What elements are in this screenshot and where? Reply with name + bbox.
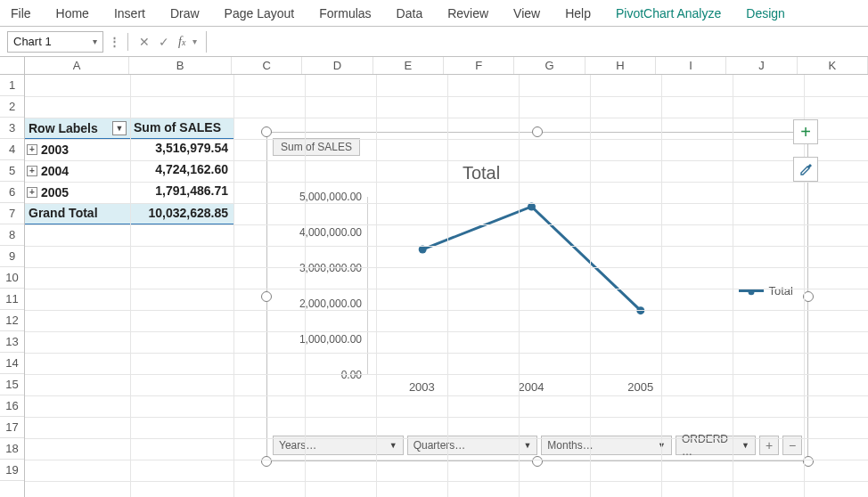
- gridline: [25, 182, 868, 183]
- column-header[interactable]: K: [798, 57, 868, 74]
- chart-y-axis: 5,000,000.00 4,000,000.00 3,000,000.00 2…: [285, 197, 367, 375]
- gridline: [25, 118, 868, 118]
- pivot-row-label: 2004: [41, 164, 69, 178]
- column-headers: ABCDEFGHIJK: [25, 57, 868, 75]
- pivot-row[interactable]: +2005 1,791,486.71: [25, 182, 233, 203]
- gridline: [25, 460, 868, 460]
- resize-handle[interactable]: [261, 456, 272, 467]
- tab-design[interactable]: Design: [742, 3, 789, 26]
- worksheet[interactable]: ABCDEFGHIJK 1234567891011121314151617181…: [0, 57, 868, 497]
- row-header[interactable]: 18: [0, 438, 24, 460]
- expand-icon[interactable]: +: [27, 166, 37, 176]
- resize-handle[interactable]: [261, 291, 272, 302]
- row-header[interactable]: 14: [0, 353, 24, 374]
- tab-view[interactable]: View: [510, 3, 544, 26]
- chevron-down-icon[interactable]: ▾: [192, 37, 197, 46]
- pivot-row[interactable]: +2004 4,724,162.60: [25, 160, 233, 182]
- column-header[interactable]: F: [444, 57, 514, 74]
- gridline: [25, 289, 868, 289]
- row-header[interactable]: 9: [0, 246, 24, 267]
- tab-review[interactable]: Review: [444, 3, 492, 26]
- row-header[interactable]: 1: [0, 75, 24, 96]
- tab-pivotchart-analyze[interactable]: PivotChart Analyze: [612, 3, 725, 26]
- chart-values-field-button[interactable]: Sum of SALES: [273, 138, 360, 156]
- chart-styles-button[interactable]: [793, 157, 818, 182]
- ribbon-tabs: File Home Insert Draw Page Layout Formul…: [0, 0, 868, 27]
- row-header[interactable]: 7: [0, 203, 24, 224]
- chart-plot-area[interactable]: 5,000,000.00 4,000,000.00 3,000,000.00 2…: [285, 197, 695, 375]
- chart-canvas: [367, 197, 695, 375]
- chart-title[interactable]: Total: [267, 163, 695, 183]
- cells-area[interactable]: Row Labels ▼ Sum of SALES +2003 3,516,97…: [25, 75, 868, 497]
- gridline: [25, 224, 868, 225]
- y-tick: 2,000,000.00: [299, 297, 362, 310]
- cancel-icon[interactable]: ✕: [137, 35, 151, 49]
- tab-insert[interactable]: Insert: [111, 3, 149, 26]
- formula-bar-buttons: ✕ ✓ fx ▾: [137, 35, 197, 49]
- pivot-grand-total-row[interactable]: Grand Total 10,032,628.85: [25, 203, 233, 224]
- select-all-corner[interactable]: [0, 57, 25, 75]
- tab-page-layout[interactable]: Page Layout: [221, 3, 299, 26]
- chart-legend[interactable]: Total: [739, 284, 793, 297]
- chart-elements-button[interactable]: +: [793, 119, 818, 144]
- name-box[interactable]: Chart 1 ▾: [7, 31, 103, 53]
- filter-label: Years…: [279, 439, 316, 452]
- pivot-row-label: 2005: [41, 185, 69, 200]
- pivot-row[interactable]: +2003 3,516,979.54: [25, 139, 233, 160]
- dropdown-icon[interactable]: ▼: [112, 121, 127, 135]
- column-header[interactable]: A: [25, 57, 129, 74]
- row-header[interactable]: 15: [0, 374, 24, 395]
- gridline: [25, 481, 868, 482]
- expand-icon[interactable]: +: [27, 144, 37, 155]
- gridline: [25, 267, 868, 268]
- row-header[interactable]: 2: [0, 96, 24, 118]
- chevron-down-icon[interactable]: ▾: [93, 37, 97, 46]
- row-header[interactable]: 16: [0, 395, 24, 417]
- tab-help[interactable]: Help: [561, 3, 594, 26]
- split-handle-icon[interactable]: ⋮: [109, 35, 119, 48]
- row-header[interactable]: 10: [0, 267, 24, 289]
- column-header[interactable]: G: [514, 57, 585, 74]
- gridline: [25, 331, 868, 332]
- row-header[interactable]: 8: [0, 224, 24, 246]
- formula-input[interactable]: [206, 31, 861, 53]
- resize-handle[interactable]: [532, 456, 543, 467]
- row-header[interactable]: 5: [0, 160, 24, 182]
- tab-draw[interactable]: Draw: [167, 3, 203, 26]
- resize-handle[interactable]: [261, 126, 272, 137]
- resize-handle[interactable]: [532, 126, 543, 137]
- gridline: [25, 438, 868, 439]
- enter-icon[interactable]: ✓: [157, 35, 171, 49]
- row-header[interactable]: 3: [0, 118, 24, 139]
- row-header[interactable]: 11: [0, 289, 24, 310]
- row-header[interactable]: 19: [0, 460, 24, 481]
- pivot-row-labels-header[interactable]: Row Labels ▼: [25, 118, 130, 138]
- column-header[interactable]: C: [232, 57, 302, 74]
- legend-marker-icon: [739, 289, 764, 292]
- tab-home[interactable]: Home: [53, 3, 93, 26]
- pivot-grand-total-label: Grand Total: [25, 204, 130, 224]
- row-header[interactable]: 17: [0, 417, 24, 438]
- column-header[interactable]: I: [656, 57, 726, 74]
- pivot-row-label: 2003: [41, 143, 69, 157]
- pivot-row-value: 4,724,162.60: [130, 160, 233, 182]
- pivot-header-row: Row Labels ▼ Sum of SALES: [25, 118, 233, 139]
- tab-file[interactable]: File: [7, 3, 35, 26]
- row-header[interactable]: 4: [0, 139, 24, 160]
- row-header[interactable]: 12: [0, 310, 24, 331]
- expand-icon[interactable]: +: [27, 187, 37, 198]
- tab-data[interactable]: Data: [393, 3, 427, 26]
- column-header[interactable]: J: [726, 57, 797, 74]
- row-header[interactable]: 13: [0, 331, 24, 353]
- y-tick: 3,000,000.00: [299, 262, 362, 274]
- column-header[interactable]: D: [302, 57, 373, 74]
- fx-icon[interactable]: fx: [176, 35, 187, 49]
- gridline: [25, 160, 868, 161]
- tab-formulas[interactable]: Formulas: [315, 3, 374, 26]
- gridline: [25, 374, 868, 375]
- column-header[interactable]: B: [129, 57, 232, 74]
- column-header[interactable]: H: [585, 57, 656, 74]
- column-header[interactable]: E: [373, 57, 444, 74]
- pivot-table[interactable]: Row Labels ▼ Sum of SALES +2003 3,516,97…: [25, 118, 233, 224]
- row-header[interactable]: 6: [0, 182, 24, 203]
